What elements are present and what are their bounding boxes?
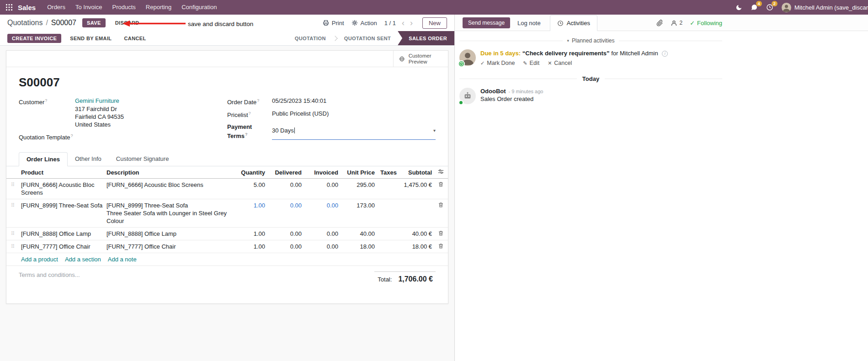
delete-row-button[interactable] [434,243,448,249]
create-invoice-button[interactable]: CREATE INVOICE [7,34,61,43]
print-button[interactable]: Print [323,20,344,27]
col-description: Description [105,169,233,176]
drag-handle-icon[interactable]: ⠿ [6,181,19,189]
delete-row-button[interactable] [434,230,448,236]
cell-description[interactable]: [FURN_7777] Office Chair [105,243,233,250]
text-cursor [294,127,295,133]
drag-handle-icon[interactable]: ⠿ [6,230,19,238]
pricelist-field[interactable]: Public Pricelist (USD) [272,110,436,119]
delete-row-button[interactable] [434,202,448,208]
drag-handle-icon[interactable]: ⠿ [6,202,19,209]
activity-assignee: for Mitchell Admin [611,50,658,57]
tab-other-info[interactable]: Other Info [68,152,109,166]
optional-columns-icon[interactable] [434,169,448,176]
customer-preview-button[interactable]: Customer Preview [393,51,448,67]
menu-to-invoice[interactable]: To Invoice [70,0,107,15]
menu-orders[interactable]: Orders [42,0,70,15]
message-body: Sales Order created [480,96,543,102]
apps-menu-icon[interactable] [0,4,17,11]
cell-quantity[interactable]: 1.00 [233,230,267,238]
stage-pipeline: QUOTATION QUOTATION SENT SALES ORDER [288,31,454,45]
cell-description[interactable]: [FURN_8999] Three-Seat Sofa Three Seater… [105,202,233,225]
tab-order-lines[interactable]: Order Lines [19,152,68,166]
activities-tab[interactable]: Activities [550,15,597,31]
info-icon[interactable]: i [662,51,668,57]
action-button[interactable]: Action [351,20,377,27]
add-a-section-link[interactable]: Add a section [65,256,101,263]
activity-type-badge [458,60,465,67]
cell-unit-price[interactable]: 18.00 [340,243,377,250]
terms-and-conditions-input[interactable]: Terms and conditions... [19,271,80,278]
cell-delivered: 0.00 [267,243,304,250]
x-icon: ✕ [548,60,552,66]
followers-button[interactable]: 2 [671,20,682,27]
cell-description[interactable]: [FURN_8888] Office Lamp [105,230,233,238]
activities-count-badge: 2 [772,1,777,6]
status-bar: CREATE INVOICE SEND BY EMAIL CANCEL QUOT… [0,31,454,46]
pager-previous-button[interactable]: ‹ [399,20,407,26]
annotation-label: save and discard button [188,21,253,27]
message-author[interactable]: OdooBot [480,88,506,95]
add-a-product-link[interactable]: Add a product [21,256,58,263]
send-message-button[interactable]: Send message [463,17,510,28]
stage-sales-order[interactable]: SALES ORDER [398,31,454,45]
drag-handle-icon[interactable]: ⠿ [6,243,19,250]
breadcrumb-quotations[interactable]: Quotations [7,19,43,27]
log-note-button[interactable]: Log note [516,17,543,29]
menu-reporting[interactable]: Reporting [141,0,176,15]
edit-activity-button[interactable]: ✎ Edit [523,60,539,66]
cell-quantity[interactable]: 1.00 [233,202,267,209]
cell-unit-price[interactable]: 40.00 [340,230,377,238]
delete-row-button[interactable] [434,181,448,187]
cell-product[interactable]: [FURN_8888] Office Lamp [19,230,105,238]
cell-subtotal: 40.00 € [402,230,434,238]
sheet-footer: Terms and conditions... Total: 1,706.00 … [6,266,448,303]
tab-customer-signature[interactable]: Customer Signature [109,152,176,166]
customer-address: 317 Fairchild Dr Fairfield CA 94535 Unit… [75,105,227,128]
stage-quotation[interactable]: QUOTATION [288,31,333,45]
add-a-note-link[interactable]: Add a note [108,256,137,263]
following-button[interactable]: ✓ Following [690,20,722,27]
cell-product[interactable]: [FURN_8999] Three-Seat Sofa [19,202,105,209]
cell-quantity[interactable]: 1.00 [233,243,267,250]
save-button[interactable]: SAVE [82,18,106,27]
pager-next-button[interactable]: › [408,20,415,26]
cell-unit-price[interactable]: 295.00 [340,181,377,189]
send-by-email-button[interactable]: SEND BY EMAIL [66,34,115,43]
cancel-button[interactable]: CANCEL [120,34,149,43]
messages-icon[interactable]: 4 [751,4,758,11]
planned-activities-toggle[interactable]: ▾ Planned activities [567,37,615,44]
dark-mode-moon-icon[interactable] [735,4,742,11]
cell-description[interactable]: [FURN_6666] Acoustic Bloc Screens [105,181,233,189]
order-date-field[interactable]: 05/25/2023 15:40:01 [272,97,436,106]
user-menu[interactable]: Mitchell Admin (save_discar [782,3,868,12]
attachment-button[interactable] [656,20,663,27]
cell-product[interactable]: [FURN_6666] Acoustic Bloc Screens [19,181,105,196]
order-date-label: Order Date? [227,97,272,106]
payment-terms-label: Payment Terms? [227,123,272,140]
col-taxes: Taxes [377,169,402,176]
mark-done-button[interactable]: ✓ Mark Done [480,60,515,66]
app-name[interactable]: Sales [18,4,36,11]
new-button[interactable]: New [422,17,447,29]
quotation-template-field[interactable] [75,132,227,141]
dropdown-caret-icon[interactable]: ▾ [433,127,436,134]
control-panel-actions: Print Action 1 / 1 ‹ › New [323,17,447,29]
cell-unit-price[interactable]: 173.00 [340,202,377,209]
cell-product[interactable]: [FURN_7777] Office Chair [19,243,105,250]
customer-link[interactable]: Gemini Furniture [75,97,119,104]
check-icon: ✓ [480,60,485,66]
chatter-body: ▾ Planned activities Due in 5 days: “Che… [455,31,722,104]
pager-value: 1 / 1 [384,20,396,27]
stage-quotation-sent[interactable]: QUOTATION SENT [337,31,398,45]
cell-quantity[interactable]: 5.00 [233,181,267,189]
activities-clock-icon[interactable]: 2 [766,4,773,11]
button-box: Customer Preview [6,51,448,67]
menu-configuration[interactable]: Configuration [176,0,222,15]
cancel-activity-button[interactable]: ✕ Cancel [548,60,572,66]
payment-terms-field[interactable]: 30 Days ▾ [272,123,436,140]
menu-products[interactable]: Products [107,0,140,15]
cell-invoiced: 0.00 [304,230,340,238]
top-navbar: Sales Orders To Invoice Products Reporti… [0,0,868,15]
activity-item: Due in 5 days: “Check delivery requireme… [459,49,722,66]
